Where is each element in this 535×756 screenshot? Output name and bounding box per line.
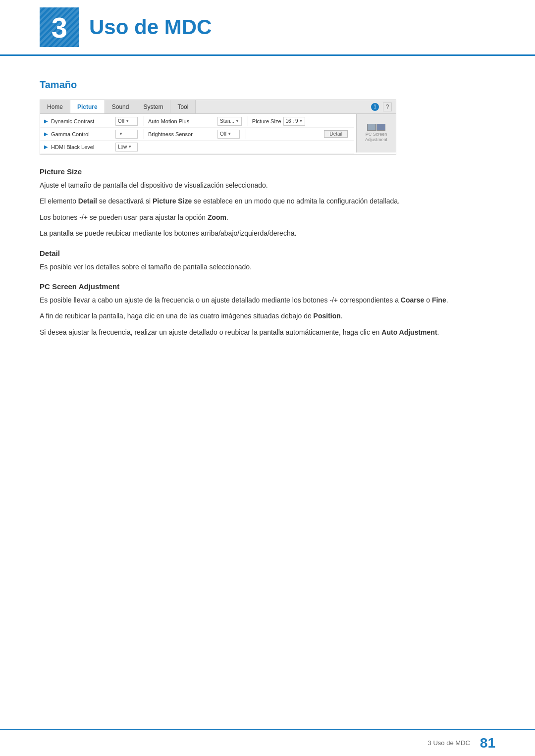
detail-para-1: Es posible ver los detalles sobre el tam… [40, 261, 495, 272]
row-arrow-1: ▶ [44, 118, 51, 124]
chapter-header: 3 Uso de MDC [0, 0, 535, 54]
detail-button[interactable]: Detail [324, 130, 348, 138]
tab-bar: Home Picture Sound System Tool 1 ? [40, 100, 396, 114]
footer: 3 Uso de MDC 81 [0, 729, 535, 756]
header-divider [0, 54, 535, 56]
picture-size-para-3: Los botones -/+ se pueden usar para ajus… [40, 212, 495, 223]
gamma-control-label: Gamma Control [51, 131, 115, 137]
ui-tab-content: ▶ Dynamic Contrast Off ▼ Auto Motion Plu… [40, 114, 396, 154]
picture-size-para-1: Ajuste el tamaño de pantalla del disposi… [40, 180, 495, 191]
auto-motion-select[interactable]: Stan... ▼ [217, 117, 242, 126]
question-icon[interactable]: ? [383, 102, 392, 111]
subsection-title-pc-screen: PC Screen Adjustment [40, 282, 495, 291]
ui-screenshot-wrapper: Home Picture Sound System Tool 1 ? [40, 100, 396, 155]
footer-page: 81 [480, 735, 495, 751]
row-separator-1 [144, 116, 144, 126]
chevron-down-icon-5: ▼ [227, 132, 231, 136]
chapter-title: Uso de MDC [89, 15, 212, 39]
row-separator-2 [248, 116, 248, 126]
ui-screenshot: Home Picture Sound System Tool 1 ? [40, 100, 396, 155]
pc-screen-label: PC ScreenAdjustment [365, 132, 387, 143]
footer-text: 3 Uso de MDC [428, 739, 470, 747]
brightness-sensor-label: Brightness Sensor [148, 131, 217, 137]
pc-screen-para-2: A fin de reubicar la pantalla, haga clic… [40, 310, 495, 321]
subsection-title-detail: Detail [40, 249, 495, 257]
tab-system[interactable]: System [136, 100, 170, 113]
chapter-number-box: 3 [40, 7, 79, 47]
dynamic-contrast-label: Dynamic Contrast [51, 118, 115, 124]
hdmi-black-label: HDMI Black Level [51, 144, 115, 150]
tab-home[interactable]: Home [40, 100, 70, 113]
pc-screen-para-3: Si desea ajustar la frecuencia, realizar… [40, 327, 495, 338]
mini-images-row1 [367, 124, 385, 131]
mini-image-1 [367, 124, 376, 131]
picture-size-label: Picture Size [252, 118, 281, 124]
row-arrow-3: ▶ [44, 144, 51, 150]
gamma-control-select[interactable]: ▼ [115, 130, 138, 139]
pc-screen-para-1: Es posible llevar a cabo un ajuste de la… [40, 295, 495, 305]
hdmi-black-select[interactable]: Low ▼ [115, 143, 138, 151]
picture-size-select[interactable]: 16 : 9 ▼ [283, 117, 306, 126]
tab-picture[interactable]: Picture [70, 100, 105, 113]
tab-sound[interactable]: Sound [105, 100, 137, 113]
mini-image-2 [376, 124, 385, 131]
chapter-number: 3 [52, 11, 67, 44]
chevron-down-icon-2: ▼ [235, 119, 239, 123]
row-separator-4 [246, 129, 246, 139]
subsection-title-picture-size: Picture Size [40, 167, 495, 176]
section-title: Tamaño [40, 79, 495, 91]
brightness-sensor-select[interactable]: Off ▼ [217, 130, 240, 139]
main-content: Tamaño Home Picture Sound System Tool [40, 64, 495, 726]
auto-motion-label: Auto Motion Plus [148, 118, 217, 124]
row-arrow-2: ▶ [44, 131, 51, 137]
picture-size-para-4: La pantalla se puede reubicar mediante l… [40, 228, 495, 239]
picture-size-para-2: El elemento Detail se desactivará si Pic… [40, 196, 495, 206]
tab-tool[interactable]: Tool [170, 100, 196, 113]
dynamic-contrast-select[interactable]: Off ▼ [115, 117, 138, 126]
chevron-down-icon-6: ▼ [128, 145, 132, 149]
badge: 1 [371, 103, 379, 111]
ui-row-2: ▶ Gamma Control ▼ Brightness Sensor Off … [40, 128, 354, 141]
ui-row-3: ▶ HDMI Black Level Low ▼ [40, 141, 354, 153]
chevron-down-icon-3: ▼ [299, 119, 303, 123]
right-panel: PC ScreenAdjustment [356, 114, 396, 152]
chevron-down-icon: ▼ [125, 119, 129, 123]
row-separator-3 [144, 129, 144, 139]
chevron-down-icon-4: ▼ [119, 132, 123, 136]
ui-row-1: ▶ Dynamic Contrast Off ▼ Auto Motion Plu… [40, 115, 354, 128]
